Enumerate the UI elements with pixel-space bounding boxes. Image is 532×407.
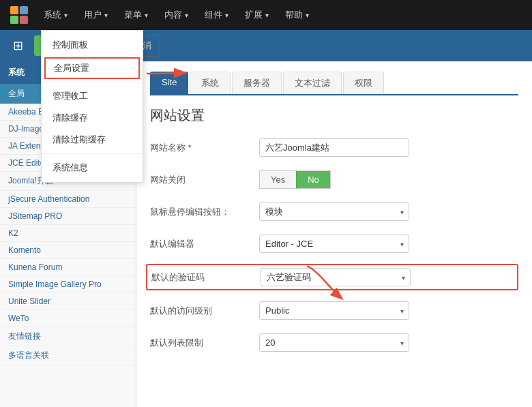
form-row-hover-edit: 鼠标悬停编辑按钮： 模块 ▾: [150, 200, 518, 224]
dropdown-item-global-config[interactable]: 全局设置: [44, 57, 140, 79]
joomla-logo: [7, 3, 31, 27]
form-row-captcha: 默认的验证码 六艺验证码 ▾: [146, 264, 518, 290]
sidebar-item-jsecure[interactable]: jSecure Authentication: [0, 191, 136, 208]
label-captcha: 默认的验证码: [151, 271, 261, 284]
limit-select-wrap: 20 ▾: [259, 333, 409, 352]
access-select-wrap: Public ▾: [259, 301, 409, 320]
chevron-down-icon: ▾: [145, 12, 148, 19]
navbar-item-components[interactable]: 组件 ▾: [196, 0, 237, 30]
label-access: 默认的访问级别: [150, 305, 259, 317]
dropdown-item-dashboard[interactable]: 控制面板: [42, 34, 143, 56]
select-wrap-hover: 模块 ▾: [259, 202, 518, 221]
chevron-down-icon: ▾: [306, 12, 309, 19]
dropdown-divider: [42, 82, 143, 82]
form-row-site-name: 网站名称 *: [150, 136, 518, 160]
hover-edit-select[interactable]: 模块: [259, 202, 409, 221]
input-wrap-site-name: [259, 138, 518, 157]
chevron-down-icon: ▾: [185, 12, 188, 19]
sidebar-item-weto[interactable]: WeTo: [0, 310, 136, 327]
sidebar-item-youqing[interactable]: 友情链接: [0, 327, 136, 346]
offline-toggle: Yes No: [259, 170, 518, 189]
sidebar-item-simple-gallery[interactable]: Simple Image Gallery Pro: [0, 276, 136, 293]
dropdown-item-maintenance[interactable]: 管理收工: [42, 85, 143, 107]
hover-edit-select-wrap: 模块 ▾: [259, 202, 409, 221]
grid-icon: ⊞: [7, 35, 29, 57]
form-row-editor: 默认编辑器 Editor - JCE ▾: [150, 232, 518, 256]
navbar: 系统 ▾ 用户 ▾ 菜单 ▾ 内容 ▾ 组件 ▾ 扩展 ▾ 帮助 ▾: [0, 0, 532, 30]
sidebar-item-kunena[interactable]: Kunena Forum: [0, 259, 136, 276]
form-row-access: 默认的访问级别 Public ▾: [150, 299, 518, 322]
toggle-wrap: Yes No: [259, 170, 518, 189]
navbar-item-system[interactable]: 系统 ▾: [35, 0, 76, 30]
access-select[interactable]: Public: [259, 301, 409, 320]
toggle-yes[interactable]: Yes: [259, 170, 296, 189]
navbar-item-content[interactable]: 内容 ▾: [156, 0, 196, 30]
captcha-select-wrap: 六艺验证码 ▾: [261, 268, 411, 286]
tab-permissions[interactable]: 权限: [343, 72, 384, 94]
main-panel: Site 系统 服务器 文本过滤 权限 网站设置 网站名称 * 网站关闭 Yes…: [136, 61, 532, 407]
label-site-name: 网站名称 *: [150, 142, 259, 154]
svg-rect-0: [10, 6, 18, 14]
chevron-down-icon: ▾: [265, 12, 269, 19]
select-wrap-access: Public ▾: [259, 301, 518, 320]
captcha-select[interactable]: 六艺验证码: [261, 268, 411, 286]
section-title: 网站设置: [150, 106, 518, 125]
site-name-input[interactable]: [259, 138, 409, 157]
limit-select[interactable]: 20: [259, 333, 409, 352]
svg-rect-3: [20, 16, 28, 24]
navbar-item-help[interactable]: 帮助 ▾: [277, 0, 317, 30]
sidebar-item-jsitemap[interactable]: JSitemap PRO: [0, 208, 136, 225]
sidebar-item-komento[interactable]: Komento: [0, 242, 136, 259]
navbar-item-menus[interactable]: 菜单 ▾: [116, 0, 156, 30]
sidebar-item-multilang[interactable]: 多语言关联: [0, 346, 136, 365]
dropdown-item-sysinfo[interactable]: 系统信息: [42, 157, 143, 179]
tab-text-filter[interactable]: 文本过滤: [283, 72, 342, 94]
toggle-no[interactable]: No: [296, 170, 331, 189]
label-hover-edit: 鼠标悬停编辑按钮：: [150, 206, 259, 218]
sidebar-item-unite[interactable]: Unite Slider: [0, 293, 136, 310]
navbar-item-extensions[interactable]: 扩展 ▾: [237, 0, 277, 30]
form-row-site-offline: 网站关闭 Yes No: [150, 168, 518, 192]
sidebar-item-k2[interactable]: K2: [0, 225, 136, 242]
editor-select-wrap: Editor - JCE ▾: [259, 235, 409, 253]
label-list-limit: 默认列表限制: [150, 337, 259, 349]
label-site-offline: 网站关闭: [150, 174, 259, 186]
chevron-down-icon: ▾: [104, 12, 108, 19]
dropdown-divider-2: [42, 153, 143, 154]
tab-bar: Site 系统 服务器 文本过滤 权限: [150, 72, 518, 95]
select-wrap-limit: 20 ▾: [259, 333, 518, 352]
tab-server[interactable]: 服务器: [232, 72, 282, 94]
chevron-down-icon: ▾: [225, 12, 228, 19]
tab-site[interactable]: Site: [150, 72, 188, 94]
chevron-down-icon: ▾: [64, 12, 68, 19]
system-dropdown-menu: 控制面板 全局设置 管理收工 清除缓存 清除过期缓存 系统信息: [41, 30, 143, 183]
dropdown-item-clear-expired[interactable]: 清除过期缓存: [42, 129, 143, 151]
svg-rect-2: [10, 16, 18, 24]
navbar-item-users[interactable]: 用户 ▾: [76, 0, 116, 30]
select-wrap-captcha: 六艺验证码 ▾: [261, 268, 513, 286]
label-editor: 默认编辑器: [150, 238, 259, 250]
editor-select[interactable]: Editor - JCE: [259, 235, 409, 253]
svg-rect-1: [20, 6, 28, 14]
select-wrap-editor: Editor - JCE ▾: [259, 235, 518, 253]
form-row-list-limit: 默认列表限制 20 ▾: [150, 331, 518, 355]
tab-system[interactable]: 系统: [190, 72, 231, 94]
dropdown-item-clear-cache[interactable]: 清除缓存: [42, 107, 143, 129]
